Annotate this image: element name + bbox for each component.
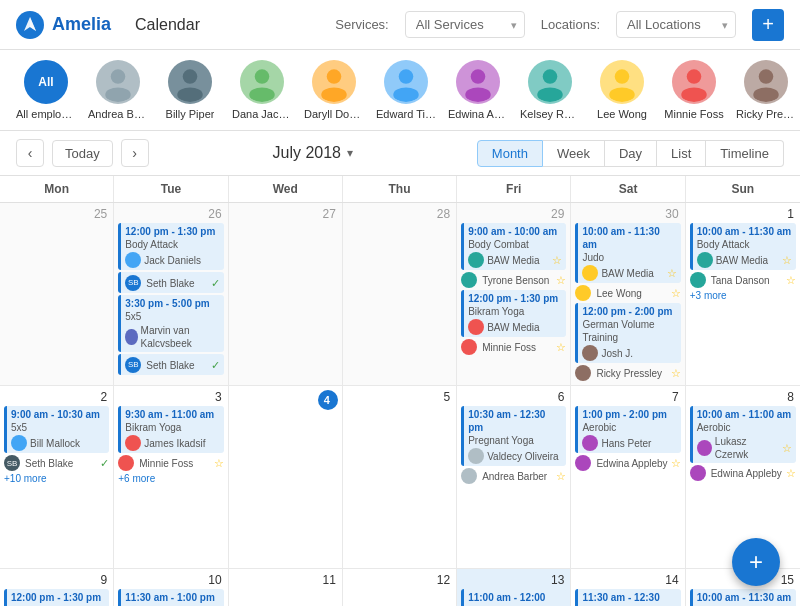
event[interactable]: 10:00 am - 11:30 am Body Attack BAW Medi…	[690, 589, 796, 606]
staff-item-all[interactable]: All All employees	[16, 60, 76, 120]
svg-point-17	[687, 69, 702, 84]
event[interactable]: 10:00 am - 11:30 am Body Attack BAW Medi…	[690, 223, 796, 270]
event[interactable]: 12:00 pm - 1:30 pm Body Attack Jack Dani…	[118, 223, 223, 270]
view-day-button[interactable]: Day	[605, 140, 657, 167]
view-month-button[interactable]: Month	[477, 140, 543, 167]
event[interactable]: 1:00 pm - 2:00 pm Aerobic Hans Peter	[575, 406, 680, 453]
svg-point-15	[615, 69, 630, 84]
day-jul5[interactable]: 5	[343, 386, 457, 568]
day-jun25[interactable]: 25	[0, 203, 114, 385]
day-jul11[interactable]: 11	[229, 569, 343, 606]
view-week-button[interactable]: Week	[543, 140, 605, 167]
event[interactable]: 11:30 am - 12:30 pm Body Combat Martin K…	[575, 589, 680, 606]
event-footer: Minnie Foss ☆	[118, 455, 223, 471]
event[interactable]: 9:00 am - 10:00 am Body Combat BAW Media…	[461, 223, 566, 270]
amelia-logo-icon	[16, 11, 44, 39]
day-jul3[interactable]: 3 9:30 am - 11:00 am Bikram Yoga James I…	[114, 386, 228, 568]
mini-avatar: SB	[125, 275, 141, 291]
event-person: Edwina Appleby	[711, 468, 782, 479]
event[interactable]: 9:00 am - 10:30 am 5x5 Bill Mallock	[4, 406, 109, 453]
day-jun26[interactable]: 26 12:00 pm - 1:30 pm Body Attack Jack D…	[114, 203, 228, 385]
staff-avatar-edwina	[456, 60, 500, 104]
staff-item-edward[interactable]: Edward Tipton	[376, 60, 436, 120]
month-display[interactable]: July 2018 ▾	[273, 144, 354, 162]
day-jul12[interactable]: 12	[343, 569, 457, 606]
mini-avatar: SB	[125, 357, 141, 373]
day-jul10[interactable]: 10 11:30 am - 1:00 pm Body Attack Junaid…	[114, 569, 228, 606]
event[interactable]: 12:00 pm - 2:00 pm German Volume Trainin…	[575, 303, 680, 363]
event[interactable]: 9:30 am - 11:00 am Bikram Yoga James Ika…	[118, 406, 223, 453]
staff-avatar-edward	[384, 60, 428, 104]
day-jul6[interactable]: 6 10:30 am - 12:30 pm Pregnant Yoga Vald…	[457, 386, 571, 568]
staff-avatar-andrea	[96, 60, 140, 104]
event[interactable]: 11:00 am - 12:00 pm Aerobic Jack Daniels	[461, 589, 566, 606]
svg-point-9	[399, 69, 414, 84]
staff-item-billy[interactable]: Billy Piper	[160, 60, 220, 120]
mini-avatar	[125, 329, 137, 345]
logo-text: Amelia	[52, 14, 111, 35]
day-jul7[interactable]: 7 1:00 pm - 2:00 pm Aerobic Hans Peter E…	[571, 386, 685, 568]
svg-point-8	[321, 87, 346, 102]
header-sat: Sat	[571, 176, 685, 202]
mini-avatar	[468, 448, 484, 464]
day-jun30[interactable]: 30 10:00 am - 11:30 am Judo BAW Media ☆ …	[571, 203, 685, 385]
event-person: Bill Mallock	[30, 437, 80, 450]
header-mon: Mon	[0, 176, 114, 202]
prev-month-button[interactable]: ‹	[16, 139, 44, 167]
event-person: James Ikadsif	[144, 437, 205, 450]
day-jun28[interactable]: 28	[343, 203, 457, 385]
event[interactable]: SB Seth Blake ✓	[118, 354, 223, 375]
staff-item-minnie[interactable]: Minnie Foss	[664, 60, 724, 120]
event-footer: Jack Daniels	[125, 252, 219, 268]
day-jul14[interactable]: 14 11:30 am - 12:30 pm Body Combat Marti…	[571, 569, 685, 606]
svg-point-16	[609, 87, 634, 102]
day-jul9[interactable]: 9 12:00 pm - 1:30 pm Body Attack Peter P…	[0, 569, 114, 606]
mini-avatar	[468, 252, 484, 268]
more-link[interactable]: +6 more	[118, 473, 223, 484]
more-link[interactable]: +3 more	[690, 290, 796, 301]
event-person: Seth Blake	[146, 359, 194, 372]
staff-name-kelsey: Kelsey Rake	[520, 108, 580, 120]
event[interactable]: 11:30 am - 1:00 pm Body Attack Junaid Ra…	[118, 589, 223, 606]
staff-avatar-dana	[240, 60, 284, 104]
add-button[interactable]: +	[752, 9, 784, 41]
day-jul2[interactable]: 2 9:00 am - 10:30 am 5x5 Bill Mallock SB…	[0, 386, 114, 568]
day-jun29[interactable]: 29 9:00 am - 10:00 am Body Combat BAW Me…	[457, 203, 571, 385]
more-link[interactable]: +10 more	[4, 473, 109, 484]
staff-item-dana[interactable]: Dana Jackson	[232, 60, 292, 120]
fab-button[interactable]: +	[732, 538, 780, 586]
event[interactable]: 10:00 am - 11:30 am Judo BAW Media ☆	[575, 223, 680, 283]
view-timeline-button[interactable]: Timeline	[706, 140, 784, 167]
day-jul13[interactable]: 13 11:00 am - 12:00 pm Aerobic Jack Dani…	[457, 569, 571, 606]
view-list-button[interactable]: List	[657, 140, 706, 167]
event-footer: Lee Wong ☆	[575, 285, 680, 301]
day-jun27[interactable]: 27	[229, 203, 343, 385]
staff-item-andrea[interactable]: Andrea Barber	[88, 60, 148, 120]
staff-item-daryll[interactable]: Daryll Donov...	[304, 60, 364, 120]
event[interactable]: 3:30 pm - 5:00 pm 5x5 Marvin van Kalcvsb…	[118, 295, 223, 352]
event[interactable]: 10:30 am - 12:30 pm Pregnant Yoga Valdec…	[461, 406, 566, 466]
next-month-button[interactable]: ›	[121, 139, 149, 167]
services-select[interactable]: All Services	[405, 11, 525, 38]
staff-item-ricky[interactable]: Ricky Pressley	[736, 60, 796, 120]
event[interactable]: SB Seth Blake ✓	[118, 272, 223, 293]
day-jul4[interactable]: 4	[229, 386, 343, 568]
event-title: Body Attack	[697, 238, 792, 251]
staff-item-kelsey[interactable]: Kelsey Rake	[520, 60, 580, 120]
day-jul1[interactable]: 1 10:00 am - 11:30 am Body Attack BAW Me…	[686, 203, 800, 385]
svg-point-10	[393, 87, 418, 102]
locations-select[interactable]: All Locations	[616, 11, 736, 38]
staff-item-edwina[interactable]: Edwina Appl...	[448, 60, 508, 120]
event[interactable]: 10:00 am - 11:00 am Aerobic Lukasz Czerw…	[690, 406, 796, 463]
event-title: Judo	[582, 251, 676, 264]
staff-item-lee[interactable]: Lee Wong	[592, 60, 652, 120]
event-title: Aerobic	[582, 421, 676, 434]
event-title: Bikram Yoga	[125, 421, 219, 434]
event[interactable]: 12:00 pm - 1:30 pm Body Attack Peter Pas…	[4, 589, 109, 606]
svg-point-1	[111, 69, 126, 84]
mini-avatar	[11, 435, 27, 451]
event-footer: Bill Mallock	[11, 435, 105, 451]
today-button[interactable]: Today	[52, 140, 113, 167]
calendar-wrapper: ‹ Today › July 2018 ▾ Month Week Day Lis…	[0, 131, 800, 606]
event[interactable]: 12:00 pm - 1:30 pm Bikram Yoga BAW Media	[461, 290, 566, 337]
